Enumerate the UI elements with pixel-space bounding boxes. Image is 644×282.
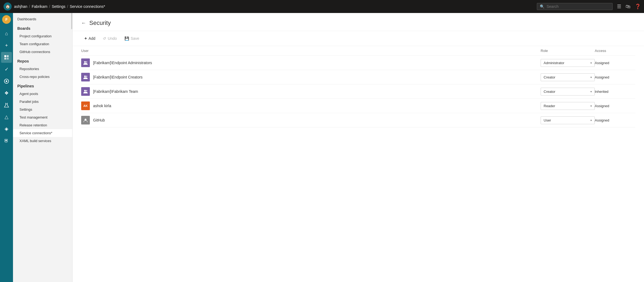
security-header: ← Security <box>73 13 644 31</box>
role-cell: Administrator ▾ <box>541 59 595 67</box>
sidebar-icons: F ⌂ + ✓ ❖ △ ◈ ⛨ <box>0 13 13 282</box>
avatar <box>81 73 90 81</box>
chevron-down-icon: ▾ <box>590 61 592 64</box>
plus-icon: + <box>84 36 87 41</box>
svg-rect-2 <box>4 55 6 57</box>
nav-section-repos: Repos <box>13 56 72 65</box>
puzzle-icon-btn[interactable]: ❖ <box>1 88 12 99</box>
list-icon[interactable]: ☰ <box>617 4 621 9</box>
search-box[interactable]: 🔍 <box>537 3 613 10</box>
nav-repositories[interactable]: Repositories <box>13 65 72 73</box>
user-name: [Fabrikam]\Fabrikam Team <box>93 89 138 94</box>
search-icon: 🔍 <box>540 4 544 9</box>
main-layout: F ⌂ + ✓ ❖ △ ◈ ⛨ Dashboards Boards Projec… <box>0 13 644 282</box>
access-cell: Assigned <box>595 75 635 79</box>
nav-agent-pools[interactable]: Agent pools <box>13 90 72 98</box>
shield-icon-btn[interactable]: ⛨ <box>1 135 12 146</box>
undo-button[interactable]: ↺ Undo <box>100 35 120 42</box>
role-cell: User ▾ <box>541 116 595 124</box>
avatar <box>81 58 90 67</box>
search-input[interactable] <box>547 4 610 9</box>
nav-test-management[interactable]: Test management <box>13 113 72 121</box>
user-avatar[interactable]: F <box>2 15 11 24</box>
nav-release-retention[interactable]: Release retention <box>13 121 72 129</box>
save-icon: 💾 <box>124 36 129 41</box>
table-row: [Fabrikam]\Fabrikam Team Creator ▾ Inher… <box>81 84 635 99</box>
svg-point-14 <box>86 90 87 91</box>
svg-rect-5 <box>7 58 9 60</box>
table-header: User Role Access <box>81 46 635 56</box>
role-value: Reader <box>544 104 555 108</box>
user-cell: [Fabrikam]\Endpoint Administrators <box>81 58 541 67</box>
role-cell: Creator ▾ <box>541 73 595 81</box>
topbar-actions: ☰ 🛍 ❓ <box>617 4 641 9</box>
scrollbar[interactable] <box>71 13 72 29</box>
chevron-down-icon: ▾ <box>590 76 592 79</box>
svg-point-7 <box>6 80 7 82</box>
content-area: ← Security + Add ↺ Undo 💾 Save User Role <box>73 13 644 282</box>
access-cell: Assigned <box>595 104 635 108</box>
breadcrumb-org[interactable]: ashjhan <box>14 4 27 9</box>
save-button[interactable]: 💾 Save <box>121 35 143 42</box>
table-row: [Fabrikam]\Endpoint Creators Creator ▾ A… <box>81 70 635 84</box>
avatar <box>81 87 90 96</box>
breadcrumb-project[interactable]: Fabrikam <box>32 4 47 9</box>
nav-project-configuration[interactable]: Project configuration <box>13 32 72 40</box>
svg-rect-3 <box>7 55 9 57</box>
role-value: User <box>544 118 551 122</box>
user-cell: AK ashok kirla <box>81 101 541 110</box>
col-role: Role <box>541 49 595 53</box>
chevron-down-icon: ▾ <box>590 104 592 107</box>
help-icon[interactable]: ❓ <box>635 4 641 9</box>
topbar: 🏠 ashjhan / Fabrikam / Settings / Servic… <box>0 0 644 13</box>
svg-point-13 <box>84 90 86 91</box>
check-icon-btn[interactable]: ✓ <box>1 64 12 75</box>
user-cell: [Fabrikam]\Endpoint Creators <box>81 73 541 81</box>
beaker-icon-btn[interactable] <box>1 100 12 110</box>
col-access: Access <box>595 49 635 53</box>
user-cell: GitHub <box>81 116 541 124</box>
nav-parallel-jobs[interactable]: Parallel jobs <box>13 98 72 106</box>
artifact-icon-btn[interactable]: ◈ <box>1 123 12 134</box>
svg-text:🏠: 🏠 <box>5 4 10 9</box>
role-value: Creator <box>544 75 555 79</box>
nav-github-connections[interactable]: GitHub connections <box>13 48 72 56</box>
role-select[interactable]: Administrator ▾ <box>541 59 595 67</box>
role-select[interactable]: Reader ▾ <box>541 102 595 110</box>
nav-team-configuration[interactable]: Team configuration <box>13 40 72 48</box>
store-icon[interactable]: 🛍 <box>626 4 630 9</box>
board-icon-btn[interactable] <box>1 52 12 63</box>
page-title: Security <box>89 19 111 27</box>
nav-service-connections[interactable]: Service connections* <box>13 129 72 137</box>
breadcrumb-settings[interactable]: Settings <box>52 4 65 9</box>
user-name: ashok kirla <box>93 104 111 108</box>
table-row: AK ashok kirla Reader ▾ Assigned <box>81 99 635 113</box>
add-button[interactable]: + Add <box>81 34 98 42</box>
nav-settings[interactable]: Settings <box>13 106 72 113</box>
svg-point-11 <box>84 76 86 77</box>
plus-icon-btn[interactable]: + <box>1 40 12 51</box>
nav-dashboards[interactable]: Dashboards <box>13 15 72 23</box>
back-button[interactable]: ← <box>81 20 86 26</box>
nav-cross-repo-policies[interactable]: Cross-repo policies <box>13 73 72 81</box>
deploy-icon-btn[interactable]: △ <box>1 112 12 122</box>
nav-xaml-build-services[interactable]: XAML build services <box>13 137 72 145</box>
user-name: [Fabrikam]\Endpoint Creators <box>93 75 143 79</box>
toolbar: + Add ↺ Undo 💾 Save <box>73 31 644 46</box>
nav-sidebar: Dashboards Boards Project configuration … <box>13 13 73 282</box>
breadcrumb-service-connections[interactable]: Service connections* <box>70 4 105 9</box>
role-value: Creator <box>544 90 555 94</box>
role-cell: Reader ▾ <box>541 102 595 110</box>
nav-section-boards: Boards <box>13 23 72 32</box>
breadcrumb: ashjhan / Fabrikam / Settings / Service … <box>14 4 537 9</box>
repo-icon-btn[interactable] <box>1 76 12 87</box>
role-select[interactable]: Creator ▾ <box>541 73 595 81</box>
role-select[interactable]: Creator ▾ <box>541 88 595 96</box>
avatar <box>81 116 90 124</box>
app-logo[interactable]: 🏠 <box>3 2 12 11</box>
home-icon-btn[interactable]: ⌂ <box>1 28 12 39</box>
save-label: Save <box>131 36 139 41</box>
user-cell: [Fabrikam]\Fabrikam Team <box>81 87 541 96</box>
nav-section-pipelines: Pipelines <box>13 81 72 90</box>
role-select[interactable]: User ▾ <box>541 116 595 124</box>
